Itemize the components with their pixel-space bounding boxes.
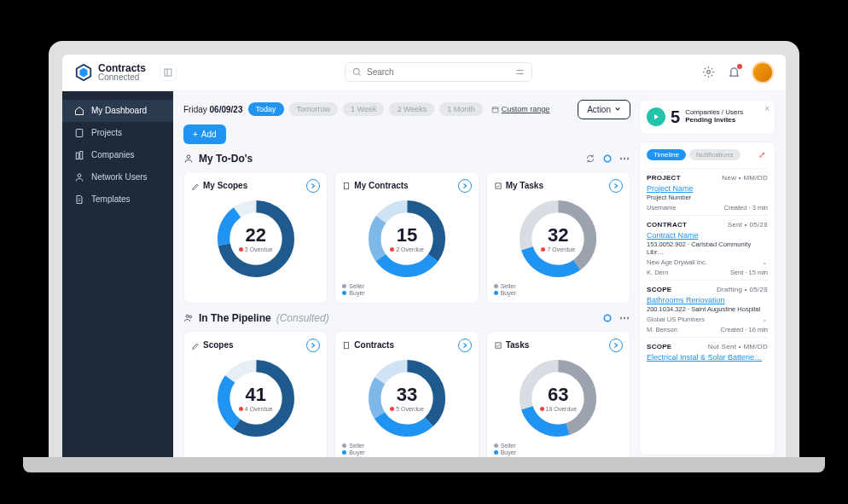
filter-today[interactable]: Today	[248, 102, 284, 116]
filter-tomorrow[interactable]: Tomorrow	[289, 102, 339, 116]
filter-1week[interactable]: 1 Week	[343, 102, 384, 116]
search-input[interactable]	[367, 67, 510, 77]
svg-point-8	[518, 69, 520, 71]
current-date: Friday 06/09/23	[183, 105, 243, 114]
feed-status: Created · 3 min	[724, 204, 768, 211]
nav-projects[interactable]: Projects	[62, 122, 173, 144]
card-my-scopes: My Scopes 22 3 Overdue	[183, 171, 328, 304]
feed-status: Created · 16 min	[721, 326, 768, 333]
nav-label: Projects	[91, 128, 122, 137]
document-icon	[74, 194, 84, 205]
sidebar-collapse-button[interactable]	[160, 64, 177, 81]
close-button[interactable]: ×	[764, 104, 770, 113]
card-pipeline-scopes: Scopes 41 4 Overdue	[183, 331, 328, 463]
feed-sub2: New Age Drywall Inc.	[647, 258, 707, 266]
svg-rect-29	[496, 182, 501, 188]
filter-custom-range[interactable]: Custom range	[491, 105, 550, 113]
nav-dashboard[interactable]: My Dashboard	[62, 100, 173, 122]
filter-2weeks[interactable]: 2 Weeks	[389, 102, 434, 116]
legend-buyer: Buyer	[501, 290, 516, 296]
filter-1month[interactable]: 1 Month	[439, 102, 483, 116]
card-open-button[interactable]	[306, 179, 320, 193]
document-icon	[342, 182, 351, 190]
card-open-button[interactable]	[458, 179, 472, 193]
card-my-tasks: My Tasks 32 7 Overdue	[486, 171, 630, 304]
card-title: Scopes	[203, 340, 234, 350]
legend-seller: Seller	[349, 283, 364, 289]
more-button[interactable]: ⋯	[619, 153, 630, 165]
feed-link[interactable]: Project Name	[647, 184, 768, 193]
svg-line-5	[359, 74, 361, 76]
svg-point-19	[187, 154, 190, 158]
nav-network-users[interactable]: Network Users	[62, 166, 173, 188]
legend-buyer: Buyer	[349, 449, 364, 455]
nav-companies[interactable]: Companies	[62, 144, 173, 166]
tab-timeline[interactable]: Timeline	[647, 149, 686, 160]
legend-buyer: Buyer	[349, 290, 364, 296]
chevron-down-icon[interactable]: ⌄	[762, 258, 768, 266]
svg-point-10	[706, 71, 710, 74]
nav-label: Companies	[91, 150, 135, 159]
search-input-wrap[interactable]	[345, 62, 532, 82]
pencil-icon	[191, 182, 200, 190]
nav-label: Network Users	[91, 172, 148, 182]
settings-button[interactable]	[700, 65, 716, 80]
card-title: Contracts	[354, 340, 394, 350]
legend-seller: Seller	[501, 443, 516, 449]
feed-sub: 153.0052.902 · Carlsbad Community Libr…	[647, 240, 768, 256]
svg-point-33	[186, 315, 189, 317]
card-number: 41	[245, 384, 265, 406]
legend-seller: Seller	[501, 283, 516, 289]
tab-notifications[interactable]: Notifications	[689, 149, 741, 160]
card-open-button[interactable]	[458, 339, 472, 352]
timeline-panel: Timeline Notifications ⤢ PROJECTNew • MM…	[639, 142, 775, 455]
feed-link[interactable]: Electrical Instal & Solar Batterie…	[647, 353, 768, 362]
legend-buyer: Buyer	[501, 449, 516, 455]
feed-sub: 200.1034.322 · Saint Augustine Hospital	[647, 305, 768, 313]
action-dropdown[interactable]: Action	[578, 100, 630, 119]
feed-meta: Drafting • 05/28	[717, 286, 768, 293]
more-button[interactable]: ⋯	[619, 312, 630, 324]
nav-templates[interactable]: Templates	[62, 188, 173, 211]
card-pipeline-contracts: Contracts 33 5 Overdue	[334, 331, 479, 463]
card-pipeline-tasks: Tasks 63 18 Overdue	[486, 331, 630, 463]
chart-toggle-button[interactable]	[601, 312, 613, 324]
sidebar: My Dashboard Projects Companies Network …	[62, 91, 173, 464]
card-overdue: 7 Overdue	[547, 246, 575, 252]
card-open-button[interactable]	[609, 339, 623, 352]
refresh-button[interactable]	[584, 153, 596, 165]
search-icon	[352, 67, 362, 77]
feed-meta: Sent • 05/28	[728, 221, 768, 229]
notifications-button[interactable]	[726, 65, 741, 80]
card-number: 32	[548, 224, 568, 246]
expand-button[interactable]: ⤢	[756, 149, 768, 161]
feed-user: K. Dern	[647, 269, 668, 276]
card-overdue: 18 Overdue	[546, 406, 578, 412]
feed-label: SCOPE	[647, 343, 672, 350]
document-icon	[342, 341, 351, 350]
feed-link[interactable]: Bathrooms Renovation	[647, 296, 768, 304]
app-logo: Contracts Connected	[74, 63, 146, 82]
card-open-button[interactable]	[306, 339, 320, 352]
user-avatar[interactable]	[752, 61, 774, 84]
svg-point-20	[604, 155, 611, 162]
chevron-down-icon[interactable]: ⌄	[762, 316, 768, 323]
svg-rect-2	[165, 69, 171, 76]
card-number: 15	[397, 224, 417, 246]
card-overdue: 3 Overdue	[245, 246, 273, 252]
filter-icon[interactable]	[515, 67, 525, 77]
chart-toggle-button[interactable]	[601, 153, 613, 165]
svg-rect-39	[345, 342, 349, 349]
clipboard-icon	[74, 128, 84, 138]
legend-seller: Seller	[349, 443, 364, 449]
users-icon	[74, 172, 84, 182]
add-button[interactable]: + Add	[183, 125, 226, 144]
svg-point-35	[604, 315, 611, 322]
pending-invites-card[interactable]: 5 Companies / Users Pending Invites ×	[639, 100, 775, 135]
card-number: 63	[548, 384, 568, 406]
building-icon	[74, 150, 84, 160]
feed-user: Username	[647, 204, 677, 211]
card-open-button[interactable]	[609, 179, 623, 193]
logo-text-1: Contracts	[98, 63, 146, 73]
feed-link[interactable]: Contract Name	[647, 231, 768, 240]
